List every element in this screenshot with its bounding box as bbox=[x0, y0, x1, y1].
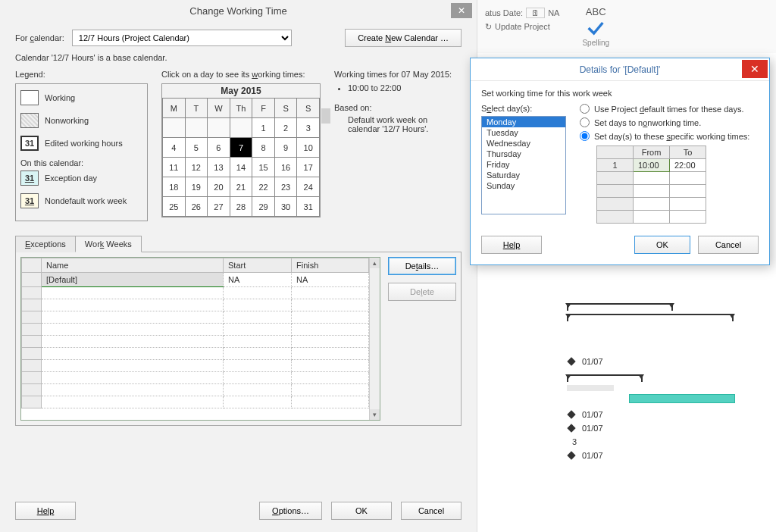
ribbon-background: atus Date: 🗓 NA ↻ Update Project ABC Spe… bbox=[477, 0, 776, 53]
details-ok-button[interactable]: OK bbox=[634, 236, 690, 254]
calendar-day bbox=[185, 118, 208, 138]
time-row[interactable] bbox=[597, 185, 706, 198]
table-row[interactable]: [Default]NANA bbox=[22, 273, 369, 287]
calendar-day[interactable]: 5 bbox=[185, 138, 208, 158]
calendar-day[interactable]: 20 bbox=[208, 177, 230, 197]
day-option[interactable]: Wednesday bbox=[482, 138, 565, 149]
calendar-day[interactable]: 28 bbox=[230, 197, 252, 217]
table-row[interactable] bbox=[22, 396, 369, 408]
calendar-day[interactable]: 23 bbox=[274, 177, 297, 197]
details-cancel-button[interactable]: Cancel bbox=[698, 236, 759, 254]
swatch-nondefault: 31 bbox=[20, 193, 39, 208]
help-button[interactable]: Help bbox=[15, 502, 76, 520]
calendar-day bbox=[163, 118, 186, 138]
calendar-day[interactable]: 14 bbox=[230, 158, 252, 177]
swatch-nonworking bbox=[20, 113, 39, 128]
calendar-day[interactable]: 6 bbox=[208, 138, 230, 158]
grid-scrollbar[interactable]: ▴ ▾ bbox=[369, 258, 380, 420]
table-row[interactable] bbox=[22, 287, 369, 299]
calendar-day[interactable]: 12 bbox=[185, 158, 208, 177]
day-option[interactable]: Friday bbox=[482, 159, 565, 170]
calendar-day[interactable]: 30 bbox=[274, 197, 297, 217]
calendar-day[interactable]: 16 bbox=[274, 158, 297, 177]
calendar-select[interactable]: 12/7 Hours (Project Calendar) bbox=[72, 30, 292, 46]
calendar-day[interactable]: 31 bbox=[297, 197, 320, 217]
day-option[interactable]: Thursday bbox=[482, 149, 565, 159]
based-on-label: Based on: bbox=[334, 103, 372, 112]
calendar-day[interactable]: 1 bbox=[252, 118, 275, 138]
month-calendar[interactable]: May 2015 MTWThFSS12345678910111213141516… bbox=[161, 83, 321, 217]
create-new-calendar-button[interactable]: Create New Calendar … bbox=[345, 29, 462, 47]
radio-default[interactable]: Use Project default times for these days… bbox=[580, 104, 759, 114]
details-titlebar: Details for '[Default]' ✕ bbox=[471, 58, 769, 81]
calendar-day[interactable]: 15 bbox=[252, 158, 275, 177]
table-row[interactable] bbox=[22, 311, 369, 324]
time-row[interactable]: 110:0022:00 bbox=[597, 159, 706, 172]
cancel-button[interactable]: Cancel bbox=[401, 502, 462, 520]
details-button[interactable]: Details… bbox=[388, 257, 456, 275]
day-option[interactable]: Saturday bbox=[482, 170, 565, 180]
calendar-icon: 🗓 bbox=[526, 8, 545, 18]
calendar-day[interactable]: 26 bbox=[185, 197, 208, 217]
calendar-day[interactable]: 10 bbox=[297, 138, 320, 158]
tab-work-weeks[interactable]: Work Weeks bbox=[75, 236, 142, 252]
calendar-day[interactable]: 21 bbox=[230, 177, 252, 197]
calendar-day[interactable]: 3 bbox=[297, 118, 320, 138]
calendar-day[interactable]: 19 bbox=[185, 177, 208, 197]
calendar-day[interactable]: 13 bbox=[208, 158, 230, 177]
day-option[interactable]: Tuesday bbox=[482, 127, 565, 138]
tab-exceptions[interactable]: Exceptions bbox=[15, 236, 76, 252]
ok-button[interactable]: OK bbox=[331, 502, 392, 520]
update-project-icon: ↻ bbox=[485, 22, 492, 32]
table-row[interactable] bbox=[22, 324, 369, 336]
calendar-day[interactable]: 24 bbox=[297, 177, 320, 197]
day-option[interactable]: Sunday bbox=[482, 180, 565, 191]
based-on-text: Default work week on calendar '12/7 Hour… bbox=[348, 115, 462, 133]
calendar-day[interactable]: 2 bbox=[274, 118, 297, 138]
calendar-day[interactable]: 7 bbox=[230, 138, 252, 158]
calendar-day[interactable]: 27 bbox=[208, 197, 230, 217]
radio-specific-input[interactable] bbox=[580, 131, 590, 141]
ribbon-spelling[interactable]: ABC Spelling bbox=[582, 6, 609, 47]
details-help-button[interactable]: Help bbox=[481, 236, 542, 254]
swatch-working bbox=[20, 90, 39, 105]
time-grid[interactable]: FromTo110:0022:00 bbox=[596, 146, 706, 224]
calendar-day[interactable]: 18 bbox=[163, 177, 186, 197]
gantt-background: 01/07 01/07 01/07 3 01/07 bbox=[485, 303, 773, 462]
options-button[interactable]: Options… bbox=[259, 502, 322, 520]
calendar-day bbox=[208, 118, 230, 138]
work-weeks-grid[interactable]: NameStartFinish[Default]NANA ▴ ▾ bbox=[20, 257, 380, 421]
day-option[interactable]: Monday bbox=[482, 117, 565, 127]
time-row[interactable] bbox=[597, 198, 706, 211]
calendar-day[interactable]: 17 bbox=[297, 158, 320, 177]
calendar-day[interactable]: 4 bbox=[163, 138, 186, 158]
radio-nonworking[interactable]: Set days to nonworking time. bbox=[580, 117, 759, 127]
day-list[interactable]: MondayTuesdayWednesdayThursdayFridaySatu… bbox=[481, 116, 566, 214]
time-row[interactable] bbox=[597, 211, 706, 224]
calendar-day[interactable]: 8 bbox=[252, 138, 275, 158]
scroll-up-icon[interactable]: ▴ bbox=[370, 258, 380, 268]
calendar-instruction: Click on a day to see its working times: bbox=[161, 70, 321, 79]
table-row[interactable] bbox=[22, 372, 369, 384]
table-row[interactable] bbox=[22, 384, 369, 396]
table-row[interactable] bbox=[22, 360, 369, 372]
close-icon[interactable]: ✕ bbox=[451, 3, 472, 18]
radio-nonworking-input[interactable] bbox=[580, 117, 590, 127]
calendar-day[interactable]: 22 bbox=[252, 177, 275, 197]
scroll-down-icon[interactable]: ▾ bbox=[370, 409, 380, 420]
details-dialog: Details for '[Default]' ✕ Set working ti… bbox=[470, 58, 770, 265]
close-icon[interactable]: ✕ bbox=[742, 60, 768, 78]
radio-default-input[interactable] bbox=[580, 104, 590, 114]
radio-specific[interactable]: Set day(s) to these specific working tim… bbox=[580, 131, 759, 141]
calendar-day[interactable]: 9 bbox=[274, 138, 297, 158]
calendar-day[interactable]: 29 bbox=[252, 197, 275, 217]
table-row[interactable] bbox=[22, 336, 369, 348]
table-row[interactable] bbox=[22, 299, 369, 311]
update-project[interactable]: ↻ Update Project bbox=[485, 20, 559, 33]
calendar-day[interactable]: 11 bbox=[163, 158, 186, 177]
for-calendar-label: For calendar: bbox=[15, 33, 64, 42]
time-row[interactable] bbox=[597, 172, 706, 185]
calendar-scrollbar[interactable] bbox=[321, 108, 330, 124]
calendar-day[interactable]: 25 bbox=[163, 197, 186, 217]
table-row[interactable] bbox=[22, 348, 369, 360]
